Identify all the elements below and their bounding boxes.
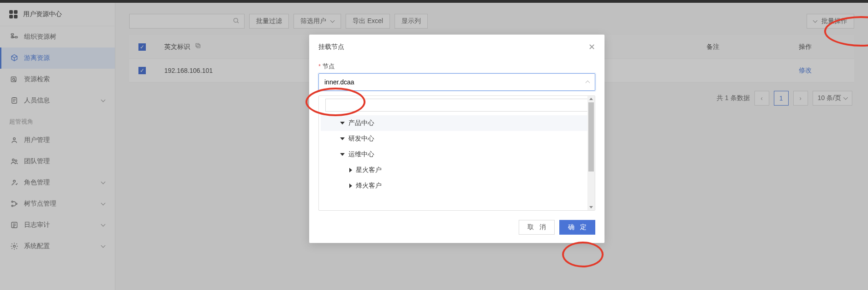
tree-dropdown: 产品中心 研发中心 运维中心 星火客户 — [318, 95, 595, 211]
tree-search-input[interactable] — [325, 99, 588, 112]
caret-down-icon — [340, 137, 345, 140]
node-field-label: *节点 — [318, 62, 595, 71]
mount-node-modal: 挂载节点 ✕ *节点 产品中心 研发中心 — [309, 35, 605, 243]
tree-node-product[interactable]: 产品中心 — [321, 115, 593, 131]
confirm-label: 确 定 — [568, 223, 588, 231]
cancel-button[interactable]: 取 消 — [519, 220, 555, 235]
caret-right-icon — [349, 168, 352, 172]
scrollbar[interactable] — [587, 96, 595, 210]
tree-node-label: 运维中心 — [348, 150, 374, 159]
tree-node-label: 研发中心 — [348, 135, 374, 143]
node-select-value[interactable] — [324, 78, 586, 86]
scrollbar-thumb[interactable] — [588, 102, 594, 172]
tree-node-rd[interactable]: 研发中心 — [321, 131, 593, 147]
modal-header: 挂载节点 ✕ — [309, 35, 605, 58]
cancel-label: 取 消 — [527, 223, 548, 231]
modal-body: *节点 产品中心 研发中心 — [309, 58, 605, 211]
modal-footer: 取 消 确 定 — [309, 211, 605, 235]
caret-right-icon — [349, 183, 352, 188]
tree-node-fenghuo[interactable]: 烽火客户 — [321, 178, 593, 194]
tree-node-label: 星火客户 — [356, 166, 382, 174]
node-select-input[interactable] — [318, 73, 595, 91]
tree-node-ops[interactable]: 运维中心 — [321, 147, 593, 162]
tree-node-label: 产品中心 — [348, 119, 374, 127]
close-icon[interactable]: ✕ — [588, 42, 595, 52]
node-field-label-text: 节点 — [323, 63, 335, 70]
scroll-down-icon[interactable] — [589, 206, 593, 208]
confirm-button[interactable]: 确 定 — [559, 220, 595, 235]
tree-node-xinghuo[interactable]: 星火客户 — [321, 162, 593, 178]
modal-title: 挂载节点 — [318, 43, 344, 51]
chevron-up-icon — [586, 81, 590, 85]
caret-down-icon — [340, 122, 345, 124]
caret-down-icon — [340, 153, 345, 156]
modal-overlay[interactable]: 挂载节点 ✕ *节点 产品中心 研发中心 — [0, 0, 868, 290]
scroll-up-icon[interactable] — [589, 98, 593, 100]
tree-node-label: 烽火客户 — [356, 182, 382, 190]
